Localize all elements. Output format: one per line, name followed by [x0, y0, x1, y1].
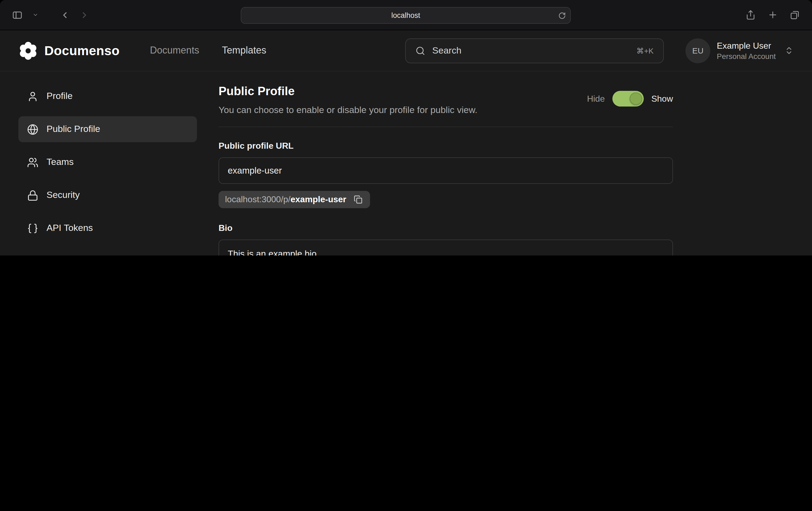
browser-chrome: localhost	[0, 0, 812, 30]
back-button[interactable]	[58, 8, 72, 22]
screen: localhost	[0, 0, 812, 256]
show-label: Show	[651, 94, 673, 103]
search-input[interactable]: Search ⌘+K	[405, 38, 664, 63]
documenso-logo-icon	[19, 41, 38, 60]
chevrons-up-down-icon	[784, 46, 793, 55]
main-nav: Documents Templates	[150, 45, 266, 56]
sidebar-item-public-profile[interactable]: Public Profile	[19, 116, 197, 142]
refresh-icon[interactable]	[558, 11, 566, 19]
sidebar-item-label: Teams	[47, 157, 74, 168]
sidebar-toggle-icon	[12, 9, 23, 20]
public-profile-url-label: Public profile URL	[219, 141, 673, 151]
new-tab-button[interactable]	[765, 7, 780, 22]
search-shortcut-badge: ⌘+K	[636, 46, 654, 55]
chevron-down-icon	[32, 12, 38, 18]
hide-label: Hide	[587, 94, 605, 103]
address-bar[interactable]: localhost	[241, 7, 571, 24]
search-placeholder: Search	[432, 45, 461, 56]
share-icon	[746, 10, 756, 20]
brand-name: Documenso	[45, 43, 120, 58]
tab-overview-button[interactable]	[788, 7, 802, 22]
account-type: Personal Account	[717, 52, 776, 60]
avatar: EU	[686, 38, 710, 63]
sidebar-item-profile[interactable]: Profile	[19, 83, 197, 109]
public-url-slug: example-user	[290, 195, 346, 204]
address-bar-url: localhost	[392, 11, 420, 20]
public-url-preview: localhost:3000/p/example-user	[219, 191, 370, 208]
users-icon	[27, 156, 38, 168]
sidebar-item-label: Security	[47, 190, 80, 201]
bio-textarea[interactable]: This is an example bio.	[219, 240, 673, 256]
nav-documents[interactable]: Documents	[150, 45, 199, 56]
bio-field-wrapper: This is an example bio.	[219, 240, 673, 256]
copy-icon	[354, 195, 362, 204]
bio-label: Bio	[219, 223, 673, 233]
toggle-knob	[630, 92, 642, 105]
tab-group-chevron-icon[interactable]	[30, 10, 40, 20]
public-url-prefix: localhost:3000/p/	[225, 195, 290, 204]
user-icon	[27, 91, 38, 102]
sidebar-item-teams[interactable]: Teams	[19, 149, 197, 175]
public-profile-section-head: Public Profile You can choose to enable …	[219, 84, 673, 116]
plus-icon	[767, 10, 778, 20]
tabs-icon	[790, 10, 800, 20]
chevron-right-icon	[80, 10, 89, 20]
divider	[219, 126, 673, 127]
page-subtitle: You can choose to enable or disable your…	[219, 105, 477, 116]
browser-left-controls	[10, 7, 91, 23]
account-menu[interactable]: EU Example User Personal Account	[686, 38, 793, 63]
nav-templates[interactable]: Templates	[222, 45, 266, 56]
sidebar-item-label: API Tokens	[47, 223, 93, 234]
lock-icon	[27, 189, 38, 201]
profile-visibility-toggle[interactable]	[612, 91, 644, 107]
brand[interactable]: Documenso	[19, 41, 120, 60]
share-button[interactable]	[743, 7, 758, 22]
sidebar-item-label: Public Profile	[47, 124, 100, 134]
user-name: Example User	[717, 41, 776, 51]
sidebar-item-webhooks[interactable]: Webhooks	[19, 248, 197, 256]
page-body: Profile Public Profile Teams Security	[0, 71, 812, 256]
page-title: Public Profile	[219, 84, 477, 98]
browser-right-controls	[743, 7, 802, 22]
search-icon	[415, 46, 425, 55]
forward-button[interactable]	[77, 8, 91, 22]
app-header: Documenso Documents Templates Search ⌘+K…	[0, 30, 812, 71]
settings-sidebar: Profile Public Profile Teams Security	[0, 71, 197, 256]
copy-url-button[interactable]	[353, 194, 364, 205]
public-profile-url-input[interactable]	[219, 157, 673, 184]
sidebar-toggle-icon[interactable]	[10, 7, 25, 23]
main-content: Public Profile You can choose to enable …	[219, 71, 673, 256]
sidebar-item-api-tokens[interactable]: API Tokens	[19, 215, 197, 241]
chevron-left-icon	[60, 10, 70, 20]
globe-icon	[27, 124, 38, 135]
braces-icon	[27, 222, 38, 234]
sidebar-item-security[interactable]: Security	[19, 182, 197, 208]
sidebar-item-label: Profile	[47, 91, 72, 102]
profile-visibility-control: Hide Show	[587, 91, 673, 107]
